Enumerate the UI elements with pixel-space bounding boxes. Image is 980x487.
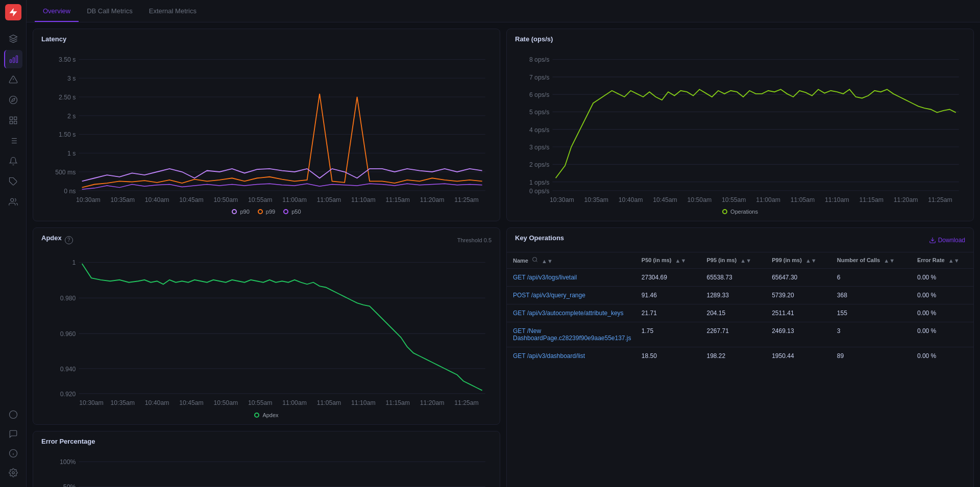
p95-cell: 65538.73 [701, 269, 766, 287]
tab-external-metrics[interactable]: External Metrics [141, 1, 205, 22]
svg-text:11:00am: 11:00am [756, 196, 780, 203]
calls-cell: 3 [831, 322, 911, 347]
p95-cell: 198.22 [701, 347, 766, 365]
svg-text:0 ns: 0 ns [64, 188, 76, 195]
p99-cell: 2469.13 [766, 322, 831, 347]
message-icon[interactable] [4, 425, 22, 443]
legend-p90: p90 [232, 209, 249, 215]
error-percentage-panel: Error Percentage 100% 50% 0% [33, 431, 500, 488]
operation-name-cell[interactable]: GET /api/v3/logs/livetail [507, 269, 635, 287]
error-sort-icon[interactable]: ▲▼ [948, 258, 960, 264]
apdex-legend: Apdex [41, 412, 492, 418]
puzzle-icon[interactable] [4, 172, 22, 191]
apdex-panel: Apdex ? Threshold 0.5 1 0.980 0.960 [33, 227, 500, 424]
apdex-help-icon[interactable]: ? [65, 236, 73, 244]
svg-text:3 ops/s: 3 ops/s [529, 144, 550, 151]
grid-icon[interactable] [4, 111, 22, 130]
tab-db-call-metrics[interactable]: DB Call Metrics [79, 1, 141, 22]
rate-panel: Rate (ops/s) 8 ops/s 7 ops/s 6 o [506, 29, 974, 221]
p95-cell: 1289.33 [701, 287, 766, 304]
list-icon[interactable] [4, 132, 22, 150]
svg-text:50%: 50% [63, 483, 76, 487]
p50-cell: 27304.69 [635, 269, 701, 287]
svg-text:11:10am: 11:10am [825, 196, 849, 203]
svg-text:1.50 s: 1.50 s [59, 131, 76, 138]
error-chart-container: 100% 50% 0% [41, 449, 492, 488]
calls-sort-icon[interactable]: ▲▼ [884, 258, 895, 264]
svg-text:3.50 s: 3.50 s [59, 56, 76, 63]
name-sort-icon[interactable]: ▲▼ [542, 258, 553, 264]
apdex-title: Apdex [41, 234, 62, 242]
operation-name-cell[interactable]: GET /api/v3/autocomplete/attribute_keys [507, 304, 635, 322]
svg-text:0.960: 0.960 [60, 330, 76, 338]
svg-text:11:20am: 11:20am [894, 196, 918, 203]
svg-text:2 ops/s: 2 ops/s [529, 161, 550, 168]
svg-text:0.920: 0.920 [60, 391, 76, 398]
svg-text:4 ops/s: 4 ops/s [529, 126, 550, 134]
key-ops-header: Key Operations Download [507, 228, 973, 252]
svg-rect-7 [10, 117, 12, 119]
tab-overview[interactable]: Overview [35, 1, 79, 22]
svg-text:11/7/24: 11/7/24 [551, 202, 572, 203]
p95-cell: 2267.71 [701, 322, 766, 347]
bar-chart-icon[interactable] [4, 50, 22, 68]
table-row: GET /api/v3/dashboard/list18.50198.22195… [507, 347, 973, 365]
svg-text:10:50am: 10:50am [214, 196, 238, 203]
svg-text:3 s: 3 s [67, 75, 76, 82]
svg-text:11:05am: 11:05am [317, 196, 341, 203]
svg-text:11:00am: 11:00am [282, 196, 307, 203]
rate-chart-svg: 8 ops/s 7 ops/s 6 ops/s 5 ops/s 4 ops/s … [515, 47, 965, 203]
latency-panel: Latency 3.50 s 3 s 2.50 s 2 s [33, 29, 500, 221]
p99-cell: 5739.20 [766, 287, 831, 304]
legend-operations: Operations [722, 209, 758, 215]
table-row: POST /api/v3/query_range91.461289.335739… [507, 287, 973, 304]
content-grid: Latency 3.50 s 3 s 2.50 s 2 s [27, 22, 980, 487]
operation-name-cell[interactable]: GET /New DashboardPage.c28239f90e9aae55e… [507, 322, 635, 347]
app-logo[interactable] [5, 4, 21, 20]
gear-icon[interactable] [4, 464, 22, 482]
p50-cell: 18.50 [635, 347, 701, 365]
download-button[interactable]: Download [929, 237, 965, 244]
table-row: GET /api/v3/autocomplete/attribute_keys2… [507, 304, 973, 322]
circle-icon[interactable] [4, 405, 22, 424]
info-icon[interactable] [4, 444, 22, 463]
svg-text:10:45am: 10:45am [179, 196, 204, 203]
svg-text:11/7/24: 11/7/24 [78, 202, 99, 203]
col-name: Name ▲▼ [507, 252, 635, 269]
users-icon[interactable] [4, 193, 22, 211]
error-chart-svg: 100% 50% 0% [41, 449, 492, 488]
svg-rect-10 [10, 121, 12, 124]
apdex-chart-container: 1 0.980 0.960 0.940 0.920 10:30am 10:35a… [41, 250, 492, 407]
calls-cell: 6 [831, 269, 911, 287]
compass-icon[interactable] [4, 91, 22, 109]
key-ops-title: Key Operations [515, 234, 564, 242]
name-search-icon[interactable] [532, 257, 538, 263]
svg-text:10:35am: 10:35am [110, 196, 135, 203]
svg-text:11:25am: 11:25am [454, 196, 479, 203]
error-percentage-title: Error Percentage [41, 438, 492, 445]
p95-sort-icon[interactable]: ▲▼ [740, 258, 751, 264]
latency-legend: p90 p99 p50 [41, 209, 492, 215]
svg-rect-8 [14, 117, 16, 119]
operation-name-cell[interactable]: POST /api/v3/query_range [507, 287, 635, 304]
svg-text:5 ops/s: 5 ops/s [529, 109, 550, 116]
p99-cell: 1950.44 [766, 347, 831, 365]
svg-text:10:55am: 10:55am [248, 196, 273, 203]
bell-icon[interactable] [4, 152, 22, 170]
svg-text:11:00am: 11:00am [282, 399, 307, 406]
svg-text:0 ops/s: 0 ops/s [529, 188, 550, 195]
main-content: Overview DB Call Metrics External Metric… [27, 0, 980, 487]
operation-name-cell[interactable]: GET /api/v3/dashboard/list [507, 347, 635, 365]
svg-text:10:35am: 10:35am [584, 196, 608, 203]
legend-p99: p99 [258, 209, 275, 215]
svg-text:11:15am: 11:15am [385, 196, 410, 203]
p99-sort-icon[interactable]: ▲▼ [805, 258, 817, 264]
svg-text:10:55am: 10:55am [248, 399, 273, 406]
layers-icon[interactable] [4, 30, 22, 48]
svg-point-18 [10, 198, 13, 201]
p99-cell: 65647.30 [766, 269, 831, 287]
alerts-icon[interactable] [4, 70, 22, 89]
apdex-chart-svg: 1 0.980 0.960 0.940 0.920 10:30am 10:35a… [41, 250, 492, 406]
apdex-header: Apdex ? Threshold 0.5 [41, 234, 492, 246]
p50-sort-icon[interactable]: ▲▼ [675, 258, 687, 264]
